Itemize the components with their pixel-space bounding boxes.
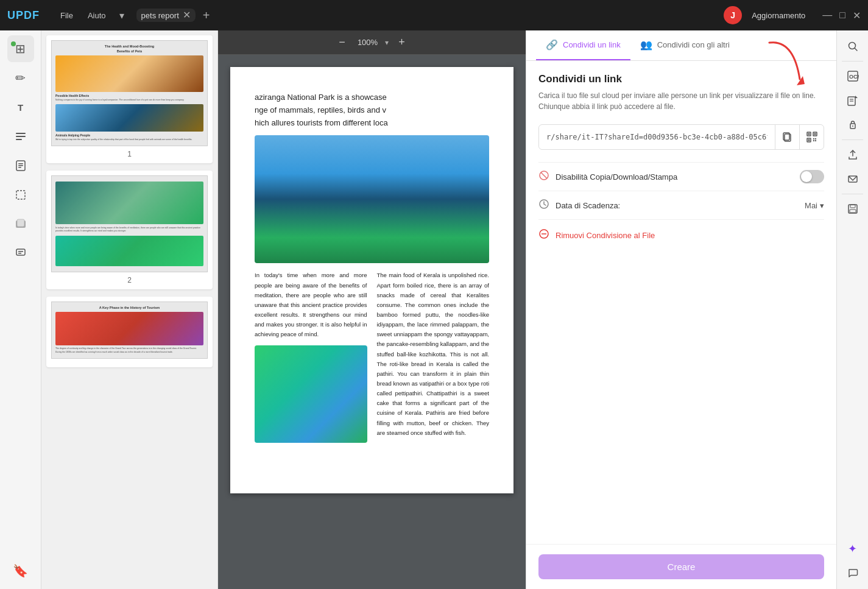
right-save-icon[interactable] [842, 198, 864, 220]
right-ai-icon[interactable]: ✦ [842, 538, 864, 560]
expiry-select[interactable]: Mai ▾ [805, 201, 824, 210]
thumb-photo-4 [55, 236, 203, 266]
window-controls: — □ ✕ [822, 10, 861, 21]
thumb-photo-5 [55, 312, 203, 345]
tab-share-link[interactable]: 🔗 Condividi un link [536, 30, 630, 60]
disable-option-row: Disabilità Copia/Download/Stampa [538, 162, 824, 191]
thumb-img-1: The Health and Mood-BoostingBenefits of … [51, 40, 208, 146]
share-link-row [538, 124, 824, 150]
right-convert-icon[interactable] [842, 90, 864, 111]
zoom-dropdown-icon[interactable]: ▾ [385, 38, 389, 47]
zoom-in-button[interactable]: + [393, 34, 411, 51]
right-upload-icon[interactable] [842, 144, 864, 166]
thumb-text-4: The degree of continuity and big change … [55, 347, 203, 354]
app-logo: UPDF [7, 9, 40, 22]
thumbnail-page-1[interactable]: The Health and Mood-BoostingBenefits of … [46, 35, 213, 163]
thumb-page-num-1: 1 [51, 150, 208, 158]
qr-code-button[interactable] [799, 125, 824, 149]
tab-share-others[interactable]: 👥 Condividi con gli altri [630, 30, 739, 60]
status-dot [11, 41, 16, 46]
avatar[interactable]: J [724, 6, 742, 24]
minimize-button[interactable]: — [822, 10, 832, 21]
sidebar-icon-thumbnail[interactable]: ⊞ [7, 35, 34, 62]
remove-icon [538, 228, 549, 242]
svg-rect-10 [16, 249, 25, 255]
disable-option-label: Disabilità Copia/Download/Stampa [556, 172, 800, 182]
svg-rect-23 [815, 138, 816, 139]
page-content-area[interactable]: aziranga National Park is a showcase nge… [218, 55, 526, 589]
main-content: ⊞ ✏ T 🔖 The Health and Mood-BoostingBene… [0, 30, 868, 589]
svg-rect-21 [808, 139, 810, 141]
expiry-value: Mai [805, 201, 817, 210]
svg-rect-9 [17, 219, 24, 227]
tab-bar: pets report ✕ [136, 9, 196, 22]
tab-share-others-label: Condividi con gli altri [657, 40, 730, 49]
toggle-knob [801, 171, 812, 182]
red-arrow-decoration [757, 37, 812, 94]
tab-title: pets report [141, 11, 179, 20]
thumb-section-2: Animals Helping People [55, 133, 203, 138]
thumb-text-2: We're trying to tap into the subjective … [55, 138, 203, 142]
thumb-content-3: A Key Phase in the History of Tourism Th… [52, 302, 207, 358]
remove-share-row[interactable]: Rimuovi Condivisione al File [538, 219, 824, 250]
menu-aiuto[interactable]: Aiuto [82, 9, 112, 23]
svg-rect-2 [16, 139, 22, 140]
close-button[interactable]: ✕ [853, 10, 861, 21]
menu-bar: File Aiuto [54, 9, 112, 23]
svg-rect-4 [18, 163, 23, 164]
thumb-section-1: Possible Health Effects [55, 94, 203, 98]
svg-rect-43 [850, 210, 856, 213]
link-icon: 🔗 [546, 39, 558, 51]
right-ocr-icon[interactable]: OCR [842, 65, 864, 87]
right-email-icon[interactable] [842, 168, 864, 190]
page-second-image [255, 345, 367, 443]
copy-link-button[interactable] [775, 125, 799, 149]
thumb-photo-3 [55, 182, 203, 224]
sidebar-icon-extract[interactable] [7, 152, 34, 179]
svg-rect-19 [814, 133, 816, 135]
share-link-input[interactable] [539, 127, 775, 147]
sidebar-icon-annotate[interactable]: ✏ [7, 65, 34, 91]
create-button[interactable]: Creare [538, 554, 824, 579]
svg-rect-11 [18, 251, 23, 252]
expiry-chevron-icon: ▾ [820, 201, 824, 210]
expiry-row: Data di Scadenza: Mai ▾ [538, 191, 824, 219]
thumbnail-panel: The Health and Mood-BoostingBenefits of … [41, 30, 218, 589]
right-search-icon[interactable] [842, 35, 864, 57]
svg-rect-25 [815, 140, 816, 141]
sidebar-icon-bookmark[interactable]: 🔖 [7, 557, 34, 584]
thumb-text-1: Nothing compares to the joy of coming ho… [55, 99, 203, 102]
zoom-toolbar: − 100% ▾ + [218, 30, 526, 55]
right-protect-icon[interactable] [842, 114, 864, 136]
maximize-button[interactable]: □ [839, 10, 845, 21]
svg-marker-13 [797, 76, 805, 85]
svg-line-32 [855, 48, 857, 51]
expiry-icon [538, 199, 549, 212]
sidebar-icon-edit[interactable]: T [7, 94, 34, 121]
sidebar-icon-layers[interactable] [7, 211, 34, 238]
tab-dropdown-arrow[interactable]: ▾ [119, 10, 124, 21]
main-viewer: − 100% ▾ + aziranga National Park is a s… [218, 30, 526, 589]
thumb-content-1: The Health and Mood-BoostingBenefits of … [52, 41, 207, 146]
share-content: Condividi un link Carica il tuo file sul… [526, 61, 836, 544]
thumb-img-3: A Key Phase in the History of Tourism Th… [51, 302, 208, 359]
menu-file[interactable]: File [54, 9, 79, 23]
tab-add-button[interactable]: + [203, 9, 210, 21]
zoom-out-button[interactable]: − [334, 34, 351, 51]
sidebar-divider-2 [842, 139, 864, 140]
update-button[interactable]: Aggiornamento [747, 9, 810, 23]
right-sidebar: OCR ✦ [836, 30, 868, 589]
thumbnail-page-2[interactable]: In today's time when more and more peopl… [46, 171, 213, 289]
tab-share-link-label: Condividi un link [563, 40, 621, 49]
page-right-col: The main food of Kerala is unpolished ri… [377, 270, 490, 449]
disable-toggle[interactable] [800, 170, 824, 183]
sidebar-icon-stamp[interactable] [7, 240, 34, 267]
sidebar-icon-organize[interactable] [7, 123, 34, 150]
tab-close-button[interactable]: ✕ [183, 10, 191, 20]
right-chat-icon[interactable] [842, 562, 864, 584]
svg-point-39 [852, 125, 853, 127]
sidebar-icon-crop[interactable] [7, 182, 34, 208]
thumbnail-page-3[interactable]: A Key Phase in the History of Tourism Th… [46, 297, 213, 367]
svg-rect-1 [16, 136, 26, 137]
page-two-col: In today's time when more and more peopl… [255, 270, 489, 449]
